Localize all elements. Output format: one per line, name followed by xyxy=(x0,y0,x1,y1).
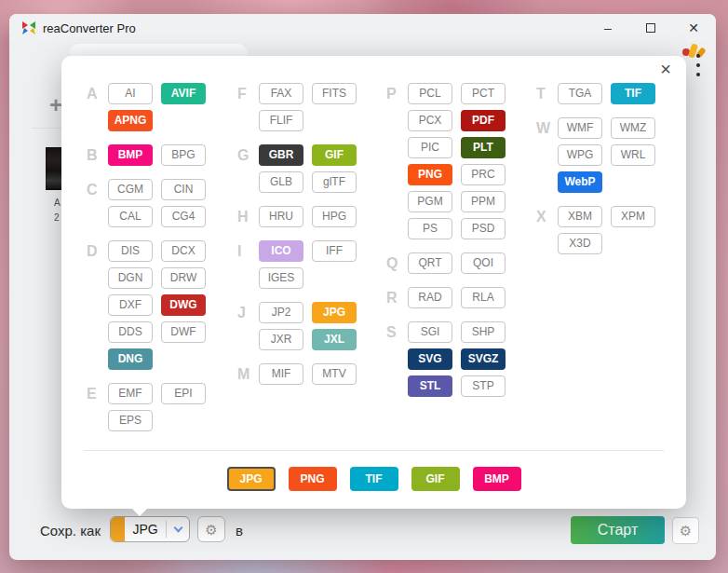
format-png[interactable]: PNG xyxy=(408,164,452,185)
chevron-down-icon[interactable] xyxy=(167,527,189,531)
quick-format-png[interactable]: PNG xyxy=(289,467,337,491)
format-svg[interactable]: SVG xyxy=(408,348,452,370)
format-pgm[interactable]: PGM xyxy=(408,191,452,212)
format-ppm[interactable]: PPM xyxy=(461,191,506,212)
format-plt[interactable]: PLT xyxy=(461,137,506,158)
format-iges[interactable]: IGES xyxy=(259,267,303,289)
format-fits[interactable]: FITS xyxy=(312,83,357,104)
format-wmz[interactable]: WMZ xyxy=(611,117,655,139)
quick-format-tif[interactable]: TIF xyxy=(350,467,398,491)
format-bpg[interactable]: BPG xyxy=(161,144,206,166)
format-fax[interactable]: FAX xyxy=(259,83,303,104)
format-psd[interactable]: PSD xyxy=(461,218,506,239)
format-row: WMFWMZ xyxy=(558,117,655,139)
output-format-dropdown[interactable]: JPG xyxy=(110,516,190,542)
format-dng[interactable]: DNG xyxy=(108,348,153,370)
quick-format-bmp[interactable]: BMP xyxy=(473,467,521,491)
format-stl[interactable]: STL xyxy=(408,375,452,397)
format-row: DNG xyxy=(108,348,206,370)
format-dwf[interactable]: DWF xyxy=(161,321,206,343)
format-cgm[interactable]: CGM xyxy=(108,179,153,200)
format-jp2[interactable]: JP2 xyxy=(259,302,303,323)
format-row: AIAVIF xyxy=(108,83,206,104)
start-settings-button[interactable]: ⚙ xyxy=(672,517,699,544)
group-letter-b: B xyxy=(87,144,108,166)
format-stp[interactable]: STP xyxy=(461,375,506,397)
format-pct[interactable]: PCT xyxy=(461,83,506,104)
format-gif[interactable]: GIF xyxy=(312,144,357,166)
format-group-b: BBMPBPG xyxy=(87,144,206,166)
format-gltf[interactable]: glTF xyxy=(312,171,357,193)
format-dds[interactable]: DDS xyxy=(108,321,153,343)
format-bmp[interactable]: BMP xyxy=(108,144,153,166)
format-rad[interactable]: RAD xyxy=(408,287,452,308)
format-pcl[interactable]: PCL xyxy=(408,83,452,104)
format-xbm[interactable]: XBM xyxy=(558,206,602,227)
format-tif[interactable]: TIF xyxy=(611,83,655,104)
format-apng[interactable]: APNG xyxy=(108,110,153,131)
format-pcx[interactable]: PCX xyxy=(408,110,452,131)
format-ai[interactable]: AI xyxy=(108,83,153,104)
format-avif[interactable]: AVIF xyxy=(161,83,206,104)
format-settings-button[interactable]: ⚙ xyxy=(197,516,225,542)
format-wrl[interactable]: WRL xyxy=(611,144,655,166)
format-rla[interactable]: RLA xyxy=(461,287,506,308)
format-group-j: JJP2JPGJXRJXL xyxy=(237,302,357,350)
format-jxl[interactable]: JXL xyxy=(312,329,357,350)
format-dwg[interactable]: DWG xyxy=(161,294,206,316)
format-dis[interactable]: DIS xyxy=(108,240,153,262)
format-wpg[interactable]: WPG xyxy=(558,144,602,166)
format-mtv[interactable]: MTV xyxy=(312,363,357,385)
dialog-close-icon[interactable]: × xyxy=(654,58,677,80)
format-ps[interactable]: PS xyxy=(408,218,452,239)
format-epi[interactable]: EPI xyxy=(161,383,206,404)
format-wmf[interactable]: WMF xyxy=(558,117,602,139)
format-xpm[interactable]: XPM xyxy=(611,206,655,227)
format-drw[interactable]: DRW xyxy=(161,267,206,289)
format-jxr[interactable]: JXR xyxy=(259,329,303,350)
format-emf[interactable]: EMF xyxy=(108,383,153,404)
format-qoi[interactable]: QOI xyxy=(461,252,506,274)
format-glb[interactable]: GLB xyxy=(259,171,303,193)
format-sgi[interactable]: SGI xyxy=(408,321,452,343)
group-letter-w: W xyxy=(536,117,558,193)
format-jpg[interactable]: JPG xyxy=(312,302,357,323)
format-eps[interactable]: EPS xyxy=(108,410,153,431)
format-row: XBMXPM xyxy=(558,206,655,227)
format-x3d[interactable]: X3D xyxy=(558,233,602,254)
format-row: WPGWRL xyxy=(558,144,655,166)
format-pdf[interactable]: PDF xyxy=(461,110,506,131)
format-shp[interactable]: SHP xyxy=(461,321,506,343)
format-column: AAIAVIFAPNGBBMPBPGCCGMCINCALCG4DDISDCXDG… xyxy=(87,83,206,444)
format-gbr[interactable]: GBR xyxy=(259,144,303,166)
format-dxf[interactable]: DXF xyxy=(108,294,153,316)
format-cg4[interactable]: CG4 xyxy=(161,206,206,227)
maximize-button[interactable] xyxy=(635,14,667,42)
format-hru[interactable]: HRU xyxy=(259,206,303,227)
start-button[interactable]: Старт xyxy=(571,516,665,544)
quick-format-jpg[interactable]: JPG xyxy=(227,467,276,491)
format-group-i: IICOIFFIGES xyxy=(237,240,357,289)
format-webp[interactable]: WebP xyxy=(558,171,602,193)
close-window-button[interactable]: ✕ xyxy=(678,14,709,42)
format-hpg[interactable]: HPG xyxy=(312,206,357,227)
minimize-button[interactable]: – xyxy=(592,14,624,42)
format-svgz[interactable]: SVGZ xyxy=(461,348,506,370)
format-cal[interactable]: CAL xyxy=(108,206,153,227)
format-group-a: AAIAVIFAPNG xyxy=(87,83,206,131)
format-qrt[interactable]: QRT xyxy=(408,252,452,274)
format-iff[interactable]: IFF xyxy=(312,240,357,262)
format-cin[interactable]: CIN xyxy=(161,179,206,200)
format-pic[interactable]: PIC xyxy=(408,137,452,158)
format-ico[interactable]: ICO xyxy=(259,240,303,262)
format-flif[interactable]: FLIF xyxy=(259,110,303,131)
group-letter-r: R xyxy=(386,287,408,308)
format-tga[interactable]: TGA xyxy=(558,83,602,104)
format-dgn[interactable]: DGN xyxy=(108,267,153,289)
format-mif[interactable]: MIF xyxy=(259,363,303,385)
format-prc[interactable]: PRC xyxy=(461,164,506,185)
kebab-menu-icon[interactable] xyxy=(693,52,704,82)
format-row: JP2JPG xyxy=(259,302,357,323)
format-dcx[interactable]: DCX xyxy=(161,240,206,262)
quick-format-gif[interactable]: GIF xyxy=(411,467,460,491)
